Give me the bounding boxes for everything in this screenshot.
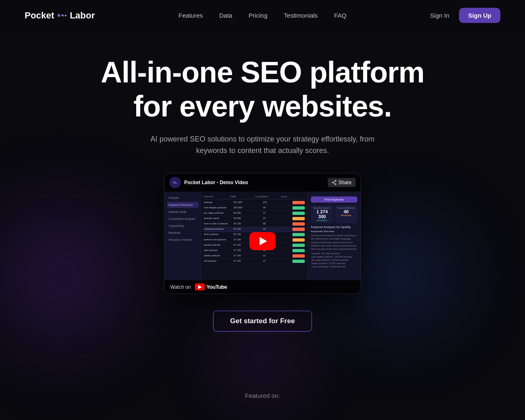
hero-title-line2: for every websites. — [133, 90, 391, 123]
logo-text-labor: Labor — [70, 10, 95, 21]
td-keyword-6: smartless podcast — [204, 228, 232, 231]
td-comp-6: 44 — [263, 228, 291, 231]
td-comp-5: 58 — [263, 222, 291, 226]
td-keyword-10: pilot podcast — [204, 249, 232, 252]
difficulty-value: 40 — [337, 209, 356, 214]
td-traffic-6: 33 100 — [233, 228, 261, 231]
youtube-play-icon — [198, 285, 202, 289]
bullet-2: "new heights podcast": 165,000 searches — [311, 256, 357, 258]
youtube-logo-text: YouTube — [206, 284, 227, 290]
sidebar-projects: Projects — [167, 195, 199, 201]
td-score-6 — [292, 228, 305, 231]
logo-dot-1 — [57, 14, 60, 17]
td-traffic-9: 27 100 — [233, 244, 261, 247]
panel-stats-row: Monthly Search 1 274 300 Excellent Overa… — [311, 205, 357, 223]
youtube-logo[interactable]: YouTube — [195, 283, 227, 290]
bullet-1: "podcast": 311,000 searches — [311, 252, 357, 255]
panel-find-keywords-btn[interactable]: Find Keywords — [311, 196, 357, 203]
td-traffic-8: 27 100 — [233, 238, 261, 242]
td-keyword-2: new heights podcast — [204, 206, 232, 210]
logo-dot-3 — [65, 15, 66, 16]
svg-point-2 — [332, 182, 333, 183]
quality-moderate: Moderate — [337, 214, 356, 217]
td-keyword-3: joe rogan podcast — [204, 212, 232, 215]
td-score-9 — [292, 244, 305, 247]
nav-link-data[interactable]: Data — [219, 12, 233, 19]
video-container[interactable]: PL Pocket Labor - Demo Video Share — [164, 173, 361, 294]
sign-in-button[interactable]: Sign In — [430, 12, 450, 19]
th-keyword: Keyword — [204, 195, 228, 198]
td-comp-9: 42 — [263, 244, 291, 247]
watch-on-text: Watch on — [170, 284, 191, 290]
td-keyword-5: how to start a podcast — [204, 222, 232, 226]
td-traffic-7: 33 100 — [233, 233, 261, 236]
cta-button[interactable]: Get started for Free — [213, 310, 312, 332]
table-row: podcast serial 40 500 44 — [204, 216, 305, 221]
td-traffic-12: 27 100 — [233, 260, 261, 263]
td-traffic-10: 27 100 — [233, 249, 261, 252]
td-score-8 — [292, 238, 305, 242]
difficulty-box: Overall Difficulty 40 Moderate — [335, 205, 358, 223]
logo-text-pocket: Pocket — [25, 10, 54, 21]
hero-title-line1: All-in-one SEO platform — [100, 56, 424, 89]
td-comp-1: 101 — [263, 201, 291, 204]
table-row: all-in podcast 33 100 44 — [204, 232, 305, 237]
table-row-highlighted: smartless podcast 33 100 44 — [204, 227, 305, 232]
svg-line-3 — [333, 181, 335, 182]
nav-links: Features Data Pricing Testimonials FAQ — [178, 12, 346, 19]
td-traffic-1: 311 000 — [233, 201, 261, 204]
td-score-10 — [292, 249, 305, 252]
youtube-logo-icon — [195, 283, 205, 290]
youtube-bottom-bar: Watch on YouTube — [164, 280, 361, 294]
td-keyword-12: wtf podcast — [204, 260, 232, 263]
table-row: joe rogan podcast 90 500 47 — [204, 211, 305, 216]
td-comp-12: 47 — [263, 260, 291, 263]
td-comp-11: 12 — [263, 254, 291, 258]
video-screenshot: Projects Keyword Research Website Audit … — [164, 192, 361, 294]
td-comp-10: 44 — [263, 249, 291, 252]
td-comp-4: 44 — [263, 217, 291, 220]
video-title-text: Pocket Labor - Demo Video — [184, 180, 248, 185]
td-comp-7: 44 — [263, 233, 291, 236]
sign-up-button[interactable]: Sign Up — [459, 8, 500, 23]
sidebar-keyword-research: Keyword Research — [167, 202, 199, 208]
svg-point-0 — [335, 180, 336, 182]
analysis-title: Keyword Analysis for Spotify — [311, 226, 357, 228]
nav-link-pricing[interactable]: Pricing — [249, 12, 267, 19]
video-title-row: PL Pocket Labor - Demo Video — [169, 177, 248, 188]
nav-link-testimonials[interactable]: Testimonials — [284, 12, 318, 19]
nav-link-faq[interactable]: FAQ — [334, 12, 347, 19]
table-row: new heights podcast 165 000 44 — [204, 205, 305, 211]
table-header: Keyword Traffic Competition Score — [204, 194, 305, 199]
main-content: All-in-one SEO platform for every websit… — [0, 31, 525, 365]
sidebar-website-audit: Website Audit — [167, 209, 199, 215]
td-comp-8: 51 — [263, 238, 291, 242]
share-icon — [332, 180, 337, 185]
bullet-5: "music streaming": 9,900 searches — [311, 265, 357, 268]
logo[interactable]: Pocket Labor — [25, 10, 95, 21]
sidebar-competition: Competition Analysis — [167, 216, 199, 222]
td-keyword-4: podcast serial — [204, 217, 232, 220]
hero-subtitle: AI powered SEO solutions to optimize you… — [148, 133, 377, 157]
th-traffic: Traffic — [230, 195, 254, 198]
table-row: spotify podcast 27 100 42 — [204, 243, 305, 248]
table-row: adobe podcast 27 100 12 — [204, 253, 305, 259]
sidebar-copywriting: Copywriting — [167, 223, 199, 229]
bullet-4: "spotify podcast": 27,000 searches — [311, 262, 357, 265]
td-keyword-11: adobe podcast — [204, 254, 232, 258]
td-traffic-5: 33 100 — [233, 222, 261, 226]
td-traffic-11: 27 100 — [233, 254, 261, 258]
video-share-button[interactable]: Share — [328, 178, 356, 187]
featured-label: Featured on: — [245, 392, 280, 399]
video-sidebar: Projects Keyword Research Website Audit … — [164, 192, 201, 294]
table-row: wtf podcast 27 100 47 — [204, 259, 305, 264]
monthly-search-value: 1 274 300 — [313, 209, 332, 219]
video-body: Projects Keyword Research Website Audit … — [164, 192, 361, 294]
table-row: pilot podcast 27 100 44 — [204, 248, 305, 253]
th-competition: Competition — [255, 195, 279, 198]
td-traffic-3: 90 500 — [233, 212, 261, 215]
nav-link-features[interactable]: Features — [178, 12, 203, 19]
analysis-body: The keyword analysis for Spotify, focusi… — [311, 234, 357, 251]
video-inner: PL Pocket Labor - Demo Video Share — [164, 173, 361, 294]
nav-actions: Sign In Sign Up — [430, 8, 500, 23]
